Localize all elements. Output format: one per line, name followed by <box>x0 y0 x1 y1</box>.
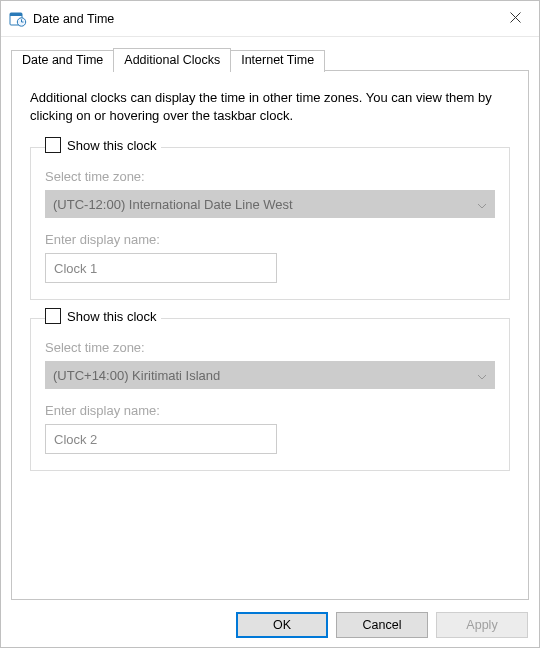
window-title: Date and Time <box>33 12 114 26</box>
show-clock-1-checkbox[interactable] <box>45 137 61 153</box>
tab-date-and-time[interactable]: Date and Time <box>11 50 114 72</box>
ok-button[interactable]: OK <box>236 612 328 638</box>
show-clock-2-label: Show this clock <box>67 309 157 324</box>
clock-2-displayname-input[interactable]: Clock 2 <box>45 424 277 454</box>
clock-1-timezone-label: Select time zone: <box>45 169 495 184</box>
date-time-icon <box>9 10 27 28</box>
cancel-button[interactable]: Cancel <box>336 612 428 638</box>
clock-2-timezone-select[interactable]: (UTC+14:00) Kiritimati Island <box>45 361 495 389</box>
chevron-down-icon <box>477 368 487 383</box>
title-bar: Date and Time <box>1 1 539 37</box>
chevron-down-icon <box>477 197 487 212</box>
clock-2-legend: Show this clock <box>45 308 161 324</box>
show-clock-2-checkbox[interactable] <box>45 308 61 324</box>
clock-1-timezone-value: (UTC-12:00) International Date Line West <box>53 197 293 212</box>
clock-2-timezone-label: Select time zone: <box>45 340 495 355</box>
clock-2-timezone-value: (UTC+14:00) Kiritimati Island <box>53 368 220 383</box>
close-icon <box>510 12 521 26</box>
tab-area: Date and Time Additional Clocks Internet… <box>1 37 539 600</box>
clock-1-displayname-input[interactable]: Clock 1 <box>45 253 277 283</box>
clock-2-displayname-value: Clock 2 <box>54 432 97 447</box>
close-button[interactable] <box>491 1 539 37</box>
clock-1-displayname-value: Clock 1 <box>54 261 97 276</box>
clock-1-legend: Show this clock <box>45 137 161 153</box>
tab-strip: Date and Time Additional Clocks Internet… <box>11 48 529 72</box>
clock-group-1: Show this clock Select time zone: (UTC-1… <box>30 147 510 300</box>
tab-panel-additional-clocks: Additional clocks can display the time i… <box>11 70 529 600</box>
clock-1-timezone-select[interactable]: (UTC-12:00) International Date Line West <box>45 190 495 218</box>
clock-2-displayname-label: Enter display name: <box>45 403 495 418</box>
dialog-button-row: OK Cancel Apply <box>236 612 528 638</box>
show-clock-1-label: Show this clock <box>67 138 157 153</box>
apply-button[interactable]: Apply <box>436 612 528 638</box>
panel-description: Additional clocks can display the time i… <box>30 89 510 125</box>
tab-internet-time[interactable]: Internet Time <box>230 50 325 72</box>
clock-1-displayname-label: Enter display name: <box>45 232 495 247</box>
tab-additional-clocks[interactable]: Additional Clocks <box>113 48 231 72</box>
clock-group-2: Show this clock Select time zone: (UTC+1… <box>30 318 510 471</box>
svg-rect-1 <box>10 13 22 16</box>
